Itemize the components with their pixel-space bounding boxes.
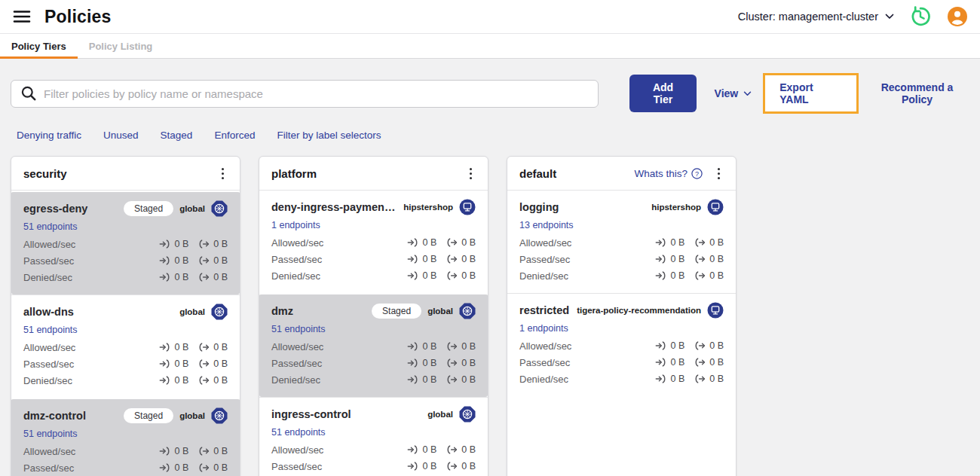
metric-row-passed-sec: Passed/sec0 B0 B	[271, 458, 476, 474]
metric-label: Allowed/sec	[23, 239, 159, 250]
endpoints-link[interactable]: 1 endpoints	[519, 323, 568, 334]
quick-filter-enforced[interactable]: Enforced	[214, 130, 255, 141]
tier-name: security	[23, 167, 67, 180]
history-restore-icon[interactable]	[909, 5, 932, 28]
metric-egress-value: 0 B	[446, 461, 476, 471]
metric-label: Denied/sec	[23, 375, 159, 386]
ingress-icon	[655, 341, 666, 350]
ingress-icon	[655, 271, 666, 280]
tab-bar: Policy Tiers Policy Listing	[0, 33, 980, 59]
policy-card-dmz[interactable]: dmzStagedglobal51 endpointsAllowed/sec0 …	[259, 293, 488, 397]
endpoints-link[interactable]: 13 endpoints	[519, 220, 574, 230]
tier-menu-kebab-icon[interactable]	[216, 166, 229, 181]
endpoints-link[interactable]: 51 endpoints	[271, 427, 326, 438]
policy-card-restricted[interactable]: restrictedtigera-policy-recommendation1 …	[507, 293, 736, 396]
search-box	[11, 80, 599, 108]
metric-label: Passed/sec	[271, 254, 407, 265]
metric-ingress-value: 0 B	[655, 254, 684, 264]
egress-icon	[198, 273, 210, 282]
egress-bytes: 0 B	[213, 359, 228, 369]
ingress-icon	[159, 359, 170, 368]
search-input[interactable]	[44, 87, 589, 100]
egress-bytes: 0 B	[213, 375, 228, 386]
hamburger-menu-icon[interactable]	[12, 7, 32, 26]
recommend-policy-button[interactable]: Recommend a Policy	[866, 81, 968, 105]
metric-egress-value: 0 B	[446, 374, 476, 385]
metric-egress-value: 0 B	[694, 340, 724, 351]
staged-badge: Staged	[124, 201, 173, 216]
egress-icon	[198, 256, 210, 265]
policy-card-egress-deny[interactable]: egress-denyStagedglobal51 endpointsAllow…	[11, 191, 240, 294]
metric-row-denied-sec: Denied/sec0 B0 B	[519, 267, 724, 284]
ingress-bytes: 0 B	[670, 270, 684, 281]
ingress-bytes: 0 B	[422, 358, 436, 368]
metric-label: Passed/sec	[519, 254, 655, 265]
add-tier-button[interactable]: Add Tier	[629, 75, 696, 112]
ingress-icon	[407, 359, 418, 368]
metric-egress-value: 0 B	[198, 359, 228, 369]
metric-row-allowed-sec: Allowed/sec0 B0 B	[23, 236, 228, 252]
cluster-selector[interactable]: Cluster: management-cluster	[738, 11, 894, 23]
endpoints-link[interactable]: 51 endpoints	[271, 324, 326, 334]
ingress-bytes: 0 B	[422, 374, 436, 385]
policy-card-dmz-control[interactable]: dmz-controlStagedglobal51 endpointsAllow…	[11, 398, 240, 476]
tier-menu-kebab-icon[interactable]	[464, 166, 477, 181]
endpoints-link[interactable]: 51 endpoints	[23, 429, 78, 439]
metric-ingress-value: 0 B	[159, 446, 188, 456]
endpoints-link[interactable]: 1 endpoints	[271, 220, 320, 230]
egress-icon	[446, 359, 458, 368]
policy-scope-label: hipstershop	[403, 203, 453, 212]
metric-label: Denied/sec	[271, 270, 407, 282]
policy-card-logging[interactable]: logginghipstershop13 endpointsAllowed/se…	[507, 191, 736, 293]
egress-icon	[694, 238, 706, 247]
ingress-icon	[407, 238, 418, 247]
metric-row-denied-sec: Denied/sec0 B0 B	[23, 372, 228, 389]
endpoints-link[interactable]: 51 endpoints	[23, 221, 78, 232]
policy-card-ingress-control[interactable]: ingress-controlglobal51 endpointsAllowed…	[259, 397, 488, 476]
ingress-bytes: 0 B	[422, 461, 436, 471]
metric-label: Allowed/sec	[519, 237, 655, 249]
metric-ingress-value: 0 B	[407, 237, 436, 248]
view-dropdown-button[interactable]: View	[715, 87, 752, 99]
metric-label: Allowed/sec	[23, 446, 159, 457]
ingress-bytes: 0 B	[174, 375, 188, 386]
metric-egress-value: 0 B	[198, 342, 228, 352]
egress-icon	[198, 447, 210, 456]
tab-policy-tiers[interactable]: Policy Tiers	[0, 34, 78, 59]
tab-policy-listing[interactable]: Policy Listing	[78, 34, 164, 59]
ingress-bytes: 0 B	[174, 359, 188, 369]
policy-card-allow-dns[interactable]: allow-dnsglobal51 endpointsAllowed/sec0 …	[11, 294, 240, 398]
policy-scope-label: global	[179, 307, 205, 316]
metric-ingress-value: 0 B	[407, 444, 436, 455]
global-policy-icon	[459, 303, 476, 319]
tier-column-security: securityegress-denyStagedglobal51 endpoi…	[11, 156, 240, 476]
whats-this-link[interactable]: Whats this??	[634, 168, 703, 179]
metric-egress-value: 0 B	[198, 446, 228, 456]
ingress-bytes: 0 B	[422, 444, 436, 455]
egress-icon	[694, 341, 706, 350]
ingress-bytes: 0 B	[174, 272, 188, 282]
ingress-icon	[407, 342, 418, 351]
metric-ingress-value: 0 B	[407, 374, 436, 385]
quick-filter-filter-by-label-selectors[interactable]: Filter by label selectors	[277, 130, 381, 141]
export-yaml-button[interactable]: Export YAML	[763, 73, 859, 114]
metric-row-denied-sec: Denied/sec0 B0 B	[271, 371, 476, 388]
metric-ingress-value: 0 B	[159, 239, 188, 249]
quick-filter-denying-traffic[interactable]: Denying traffic	[17, 130, 81, 141]
user-avatar-icon[interactable]	[947, 6, 968, 27]
metric-egress-value: 0 B	[694, 254, 724, 264]
quick-filter-unused[interactable]: Unused	[103, 130, 139, 141]
metric-ingress-value: 0 B	[159, 359, 188, 369]
ingress-bytes: 0 B	[174, 342, 188, 352]
quick-filter-staged[interactable]: Staged	[161, 130, 193, 141]
egress-bytes: 0 B	[709, 254, 724, 264]
policy-scope-label: tigera-policy-recommendation	[577, 306, 701, 315]
metric-row-denied-sec: Denied/sec0 B0 B	[271, 267, 476, 284]
metric-label: Passed/sec	[519, 357, 655, 368]
policy-card-header: deny-ingress-paymentservi…hipstershop	[271, 199, 476, 215]
policy-card-deny-ingress-paymentservi[interactable]: deny-ingress-paymentservi…hipstershop1 e…	[259, 191, 488, 293]
tier-menu-kebab-icon[interactable]	[712, 166, 725, 181]
metric-egress-value: 0 B	[198, 462, 228, 473]
endpoints-link[interactable]: 51 endpoints	[23, 325, 78, 335]
egress-bytes: 0 B	[213, 462, 228, 473]
